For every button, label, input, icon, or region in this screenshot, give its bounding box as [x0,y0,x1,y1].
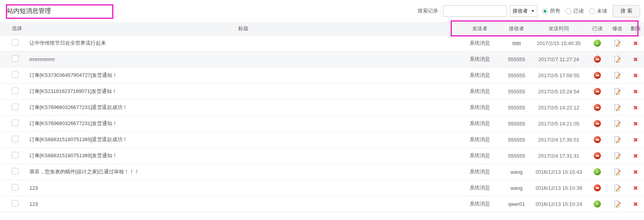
radio-unselected-icon [589,8,595,14]
delete-icon[interactable]: ✖ [633,40,638,46]
table-row: 让中华传统节日在全世界流行起来 系统消息 tttttt 2017/2/15 15… [0,35,644,51]
edit-icon[interactable] [613,120,621,127]
topbar: 站内短消息管理 搜索记录 : 接收者 ▼ 所有 已读 未读 [0,0,644,22]
edit-icon[interactable] [613,184,621,192]
header-sender: 发送者 [457,25,503,32]
row-title: 123 [29,185,457,191]
red-minus-circle-icon [594,136,601,143]
row-checkbox[interactable] [12,152,18,158]
row-checkbox[interactable] [12,104,18,110]
delete-icon[interactable]: ✖ [633,169,638,175]
edit-icon[interactable] [613,152,621,160]
edit-icon[interactable] [613,87,621,95]
row-time: 2017/2/7 11:27:24 [530,56,587,62]
row-time: 2017/2/5 14:22:12 [530,105,587,111]
row-checkbox[interactable] [12,168,18,175]
row-sender: 系统消息 [457,40,503,47]
edit-icon[interactable] [613,71,621,79]
row-time: 2017/2/4 17:31:31 [530,153,587,159]
row-title: 订单[KS688315180751369]退货退款成功！ [29,136,457,143]
delete-icon[interactable]: ✖ [633,137,638,143]
edit-icon[interactable] [613,55,621,63]
delete-icon[interactable]: ✖ [633,89,638,95]
radio-all[interactable]: 所有 [542,7,560,15]
message-admin-page: 站内短消息管理 搜索记录 : 接收者 ▼ 所有 已读 未读 [0,0,644,220]
row-time: 2017/2/5 17:08:55 [530,73,587,78]
edit-icon[interactable] [613,104,621,111]
radio-read[interactable]: 已读 [566,7,584,15]
row-checkbox[interactable] [12,120,18,126]
table-row: 123 系统消息 wang 2016/12/13 15:10:39 [0,180,644,196]
row-receiver: wang [503,169,530,175]
row-title: 订单[KS688315180751369]发货通知！ [29,152,457,159]
table-header: 选择 标题 发送者 接收者 发送时间 已读 修改 删除 [0,22,644,35]
delete-icon[interactable]: ✖ [633,153,638,159]
row-sender: 系统消息 [457,152,503,159]
row-checkbox[interactable] [12,136,18,142]
search-field-select-value: 接收者 [513,7,528,15]
row-receiver: 555555 [503,121,530,127]
search-field-select[interactable]: 接收者 ▼ [510,5,537,17]
radio-unread[interactable]: 未读 [589,7,607,15]
row-receiver: wang [503,185,530,191]
header-edit: 修改 [608,25,627,32]
search-label: 搜索记录 : [418,7,441,15]
row-checkbox[interactable] [12,71,18,78]
row-checkbox[interactable] [12,39,18,46]
row-time: 2016/12/13 15:10:24 [530,201,587,207]
row-receiver: tttttt [503,40,530,46]
edit-icon[interactable] [613,200,621,208]
delete-icon[interactable]: ✖ [633,56,638,62]
row-title: 订单[KS769660326677231]发货通知！ [29,120,457,127]
row-sender: 系统消息 [457,104,503,111]
row-time: 2016/12/13 15:10:39 [530,185,587,191]
edit-icon[interactable] [613,39,621,47]
row-time: 2017/2/5 14:21:05 [530,121,587,127]
delete-icon[interactable]: ✖ [633,185,638,191]
row-time: 2017/2/15 15:40:35 [530,40,587,46]
header-receiver: 接收者 [503,25,530,32]
delete-icon[interactable]: ✖ [633,121,638,127]
radio-read-label: 已读 [573,7,584,15]
row-title: 123 [29,201,457,207]
row-time: 2017/2/5 15:24:54 [530,89,587,95]
row-sender: 系统消息 [457,200,503,207]
page-title: 站内短消息管理 [7,7,51,15]
read-filter-radios: 所有 已读 未读 [542,7,613,15]
row-receiver: 555555 [503,137,530,143]
row-title: 订单[KS211816237169071]发货通知！ [29,88,457,95]
header-send-time: 发送时间 [530,25,587,32]
row-sender: 系统消息 [457,120,503,127]
green-check-circle-icon [594,168,601,175]
search-controls: 搜索记录 : 接收者 ▼ 所有 已读 未读 搜 索 [418,5,640,17]
row-receiver: 555555 [503,105,530,111]
row-title: rrrrrrrrrrrrrrr [29,56,457,62]
header-select: 选择 [0,25,29,32]
delete-icon[interactable]: ✖ [633,105,638,111]
row-checkbox[interactable] [12,200,18,207]
delete-icon[interactable]: ✖ [633,73,638,78]
row-receiver: 555555 [503,153,530,159]
red-minus-circle-icon [594,104,601,111]
table-body: 让中华传统节日在全世界流行起来 系统消息 tttttt 2017/2/15 15… [0,35,644,212]
row-checkbox[interactable] [12,55,18,62]
search-button[interactable]: 搜 索 [613,5,640,17]
row-checkbox[interactable] [12,184,18,191]
edit-icon[interactable] [613,168,621,176]
red-minus-circle-icon [594,184,601,191]
red-minus-circle-icon [594,72,601,79]
row-title: 让中华传统节日在全世界流行起来 [29,40,457,47]
table-row: 订单[KS211816237169071]发货通知！ 系统消息 555555 2… [0,84,644,100]
red-minus-circle-icon [594,152,601,159]
radio-selected-icon [542,8,548,14]
table-row: 订单[KS373036457904727]发货通知！ 系统消息 555555 2… [0,67,644,84]
header-title: 标题 [29,25,457,32]
edit-icon[interactable] [613,136,621,144]
delete-icon[interactable]: ✖ [633,201,638,207]
row-time: 2016/12/13 15:15:43 [530,169,587,175]
table-row: 恭喜，您发表的稿件[设计之家]已通过审核！！！ 系统消息 wang 2016/1… [0,164,644,180]
green-check-circle-icon [594,200,601,207]
row-checkbox[interactable] [12,87,18,94]
search-input[interactable] [443,5,507,17]
row-receiver: qwer01 [503,201,530,207]
